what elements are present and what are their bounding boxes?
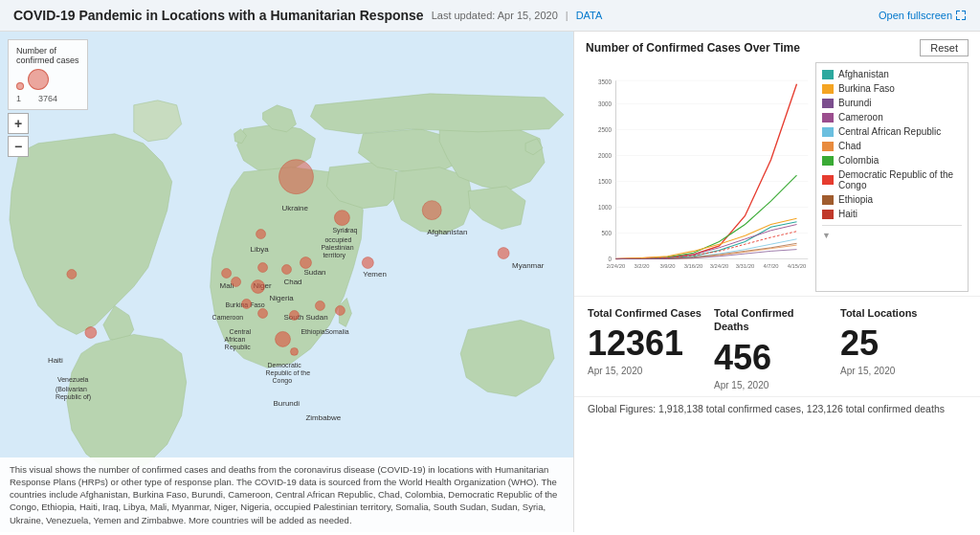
stat-locations: Total Locations 25 Apr 15, 2020: [840, 306, 967, 390]
dot-south-sudan: [289, 310, 299, 320]
dot-afghanistan: [422, 201, 441, 220]
zoom-out-button[interactable]: −: [8, 136, 29, 157]
fullscreen-label: Open fullscreen: [879, 10, 952, 21]
svg-text:Republic: Republic: [225, 344, 252, 351]
chart-legend[interactable]: Afghanistan Burkina Faso Burundi Cameroo…: [815, 62, 969, 292]
legend-item-burundi[interactable]: Burundi: [822, 96, 962, 110]
legend-color-ethiopia: [822, 195, 834, 205]
chart-area: 0 500 1000 1500 2000 2500 3000: [586, 62, 810, 292]
stat-deaths-date: Apr 15, 2020: [714, 380, 831, 390]
dot-chad: [282, 265, 292, 275]
legend-item-burkina[interactable]: Burkina Faso: [822, 81, 962, 96]
legend-max: 3764: [38, 94, 57, 103]
svg-text:4/7/20: 4/7/20: [763, 263, 779, 269]
stats-row: Total Confirmed Cases 12361 Apr 15, 2020…: [588, 306, 967, 390]
legend-label-cameroon: Cameroon: [838, 112, 883, 123]
legend-item-drc[interactable]: Democratic Republic of the Congo: [822, 167, 962, 192]
svg-text:Ukraine: Ukraine: [282, 204, 309, 212]
legend-color-haiti: [822, 210, 834, 219]
legend-item-haiti[interactable]: Haiti: [822, 207, 962, 221]
chart-section: Number of Confirmed Cases Over Time Rese…: [574, 32, 980, 297]
dot-ukraine: [279, 160, 314, 194]
svg-text:3/31/20: 3/31/20: [736, 263, 755, 269]
stat-deaths-value: 456: [714, 338, 831, 378]
chart-body: 0 500 1000 1500 2000 2500 3000: [586, 62, 969, 292]
svg-text:Sudan: Sudan: [303, 269, 325, 278]
stat-locations-date: Apr 15, 2020: [840, 366, 957, 376]
legend-label-burkina: Burkina Faso: [838, 83, 895, 94]
chart-header: Number of Confirmed Cases Over Time Rese…: [586, 39, 969, 56]
legend-color-afghanistan: [822, 70, 834, 79]
legend-label-chad: Chad: [838, 141, 861, 151]
dot-nigeria: [252, 280, 265, 294]
svg-text:3/2/20: 3/2/20: [634, 263, 650, 269]
svg-text:3/16/20: 3/16/20: [684, 263, 703, 269]
legend-circle-small: [16, 82, 24, 90]
dot-haiti: [67, 270, 77, 279]
svg-text:Cameroon: Cameroon: [212, 314, 244, 321]
svg-text:3/24/20: 3/24/20: [710, 263, 729, 269]
global-figures-text: Global Figures: 1,918,138 total confirme…: [588, 403, 945, 414]
dot-mali: [222, 269, 232, 279]
dot-burundi: [290, 347, 298, 355]
fullscreen-link[interactable]: Open fullscreen: [879, 10, 967, 21]
header-left: COVID-19 Pandemic in Locations with a Hu…: [13, 8, 602, 23]
legend-item-ethiopia[interactable]: Ethiopia: [822, 192, 962, 207]
svg-text:1500: 1500: [598, 178, 612, 185]
legend-label-haiti: Haiti: [838, 209, 858, 219]
svg-text:4/15/20: 4/15/20: [788, 263, 807, 269]
legend-title: Number ofconfirmed cases: [16, 46, 79, 65]
legend-label-afghanistan: Afghanistan: [838, 69, 889, 79]
stat-cases-value: 12361: [588, 323, 704, 364]
svg-text:2/24/20: 2/24/20: [607, 263, 626, 269]
stat-confirmed-deaths: Total Confirmed Deaths 456 Apr 15, 2020: [714, 306, 840, 390]
svg-text:Libya: Libya: [251, 245, 270, 254]
legend-item-colombia[interactable]: Colombia: [822, 153, 962, 167]
header: COVID-19 Pandemic in Locations with a Hu…: [0, 0, 980, 32]
main-content: Number ofconfirmed cases 1 3764 + −: [0, 32, 980, 532]
stat-cases-date: Apr 15, 2020: [588, 366, 704, 376]
svg-text:2000: 2000: [598, 152, 612, 159]
svg-text:African: African: [225, 336, 246, 343]
map-legend: Number ofconfirmed cases 1 3764: [8, 39, 88, 110]
legend-label-burundi: Burundi: [838, 98, 871, 108]
legend-item-car[interactable]: Central African Republic: [822, 124, 962, 139]
legend-label-car: Central African Republic: [838, 126, 941, 137]
legend-color-car: [822, 127, 834, 137]
footnote-text: This visual shows the number of confirme…: [10, 464, 557, 525]
svg-text:Burundi: Burundi: [274, 399, 301, 408]
page-title: COVID-19 Pandemic in Locations with a Hu…: [13, 8, 424, 23]
legend-label-colombia: Colombia: [838, 155, 879, 166]
legend-label-ethiopia: Ethiopia: [838, 194, 873, 205]
dot-car: [258, 308, 268, 318]
separator: |: [566, 10, 568, 21]
svg-text:Democratic: Democratic: [268, 362, 302, 368]
dot-libya: [256, 230, 266, 239]
svg-text:Myanmar: Myanmar: [512, 261, 545, 270]
legend-labels: 1 3764: [16, 94, 79, 103]
svg-text:Zimbabwe: Zimbabwe: [305, 413, 341, 422]
zoom-in-button[interactable]: +: [8, 113, 29, 134]
map-controls: + −: [8, 113, 29, 157]
svg-text:Somalia: Somalia: [324, 328, 348, 335]
legend-circle-large: [28, 69, 49, 90]
svg-text:500: 500: [601, 230, 612, 236]
svg-text:1000: 1000: [598, 204, 612, 211]
legend-color-burkina: [822, 84, 834, 94]
data-link[interactable]: DATA: [576, 10, 603, 21]
svg-text:Nigeria: Nigeria: [270, 294, 295, 302]
reset-button[interactable]: Reset: [920, 39, 969, 56]
legend-item-cameroon[interactable]: Cameroon: [822, 110, 962, 124]
legend-item-chad[interactable]: Chad: [822, 139, 962, 153]
legend-color-chad: [822, 142, 834, 151]
svg-text:Congo: Congo: [273, 377, 293, 385]
legend-item-afghanistan[interactable]: Afghanistan: [822, 67, 962, 81]
map-section: Number ofconfirmed cases 1 3764 + −: [0, 32, 574, 532]
stat-cases-label: Total Confirmed Cases: [588, 306, 704, 320]
svg-text:Afghanistan: Afghanistan: [427, 228, 467, 236]
svg-text:Yemen: Yemen: [363, 271, 387, 279]
country-label-venezuela: Venezuela: [57, 376, 89, 383]
svg-text:Iraq: Iraq: [345, 227, 357, 234]
legend-label-drc: Democratic Republic of the Congo: [838, 169, 962, 190]
svg-text:Republic of the: Republic of the: [266, 369, 311, 377]
